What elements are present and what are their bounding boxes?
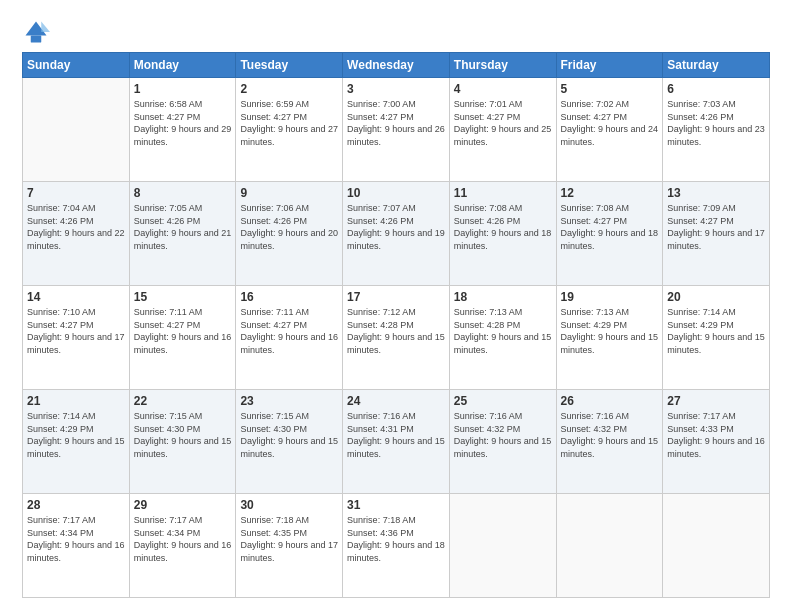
calendar-week-row: 1Sunrise: 6:58 AMSunset: 4:27 PMDaylight… bbox=[23, 78, 770, 182]
day-detail: Sunrise: 7:15 AMSunset: 4:30 PMDaylight:… bbox=[134, 410, 232, 460]
day-detail: Sunrise: 6:58 AMSunset: 4:27 PMDaylight:… bbox=[134, 98, 232, 148]
calendar-week-row: 7Sunrise: 7:04 AMSunset: 4:26 PMDaylight… bbox=[23, 182, 770, 286]
svg-marker-2 bbox=[41, 22, 50, 33]
calendar-cell: 29Sunrise: 7:17 AMSunset: 4:34 PMDayligh… bbox=[129, 494, 236, 598]
day-detail: Sunrise: 7:17 AMSunset: 4:34 PMDaylight:… bbox=[27, 514, 125, 564]
day-detail: Sunrise: 7:08 AMSunset: 4:26 PMDaylight:… bbox=[454, 202, 552, 252]
day-detail: Sunrise: 7:08 AMSunset: 4:27 PMDaylight:… bbox=[561, 202, 659, 252]
day-detail: Sunrise: 7:07 AMSunset: 4:26 PMDaylight:… bbox=[347, 202, 445, 252]
day-detail: Sunrise: 7:14 AMSunset: 4:29 PMDaylight:… bbox=[667, 306, 765, 356]
weekday-header: Wednesday bbox=[343, 53, 450, 78]
day-number: 19 bbox=[561, 290, 659, 304]
calendar-cell: 3Sunrise: 7:00 AMSunset: 4:27 PMDaylight… bbox=[343, 78, 450, 182]
day-detail: Sunrise: 7:01 AMSunset: 4:27 PMDaylight:… bbox=[454, 98, 552, 148]
calendar-cell: 4Sunrise: 7:01 AMSunset: 4:27 PMDaylight… bbox=[449, 78, 556, 182]
day-number: 30 bbox=[240, 498, 338, 512]
calendar-cell: 24Sunrise: 7:16 AMSunset: 4:31 PMDayligh… bbox=[343, 390, 450, 494]
calendar-cell: 16Sunrise: 7:11 AMSunset: 4:27 PMDayligh… bbox=[236, 286, 343, 390]
day-detail: Sunrise: 7:00 AMSunset: 4:27 PMDaylight:… bbox=[347, 98, 445, 148]
day-detail: Sunrise: 7:13 AMSunset: 4:29 PMDaylight:… bbox=[561, 306, 659, 356]
day-detail: Sunrise: 7:06 AMSunset: 4:26 PMDaylight:… bbox=[240, 202, 338, 252]
calendar-cell: 14Sunrise: 7:10 AMSunset: 4:27 PMDayligh… bbox=[23, 286, 130, 390]
calendar-cell bbox=[663, 494, 770, 598]
day-detail: Sunrise: 7:16 AMSunset: 4:32 PMDaylight:… bbox=[454, 410, 552, 460]
calendar-cell: 2Sunrise: 6:59 AMSunset: 4:27 PMDaylight… bbox=[236, 78, 343, 182]
day-number: 8 bbox=[134, 186, 232, 200]
calendar-cell: 7Sunrise: 7:04 AMSunset: 4:26 PMDaylight… bbox=[23, 182, 130, 286]
day-number: 21 bbox=[27, 394, 125, 408]
weekday-header: Saturday bbox=[663, 53, 770, 78]
day-number: 16 bbox=[240, 290, 338, 304]
day-number: 17 bbox=[347, 290, 445, 304]
page: SundayMondayTuesdayWednesdayThursdayFrid… bbox=[0, 0, 792, 612]
day-number: 27 bbox=[667, 394, 765, 408]
day-number: 23 bbox=[240, 394, 338, 408]
weekday-header: Friday bbox=[556, 53, 663, 78]
day-number: 10 bbox=[347, 186, 445, 200]
day-detail: Sunrise: 7:03 AMSunset: 4:26 PMDaylight:… bbox=[667, 98, 765, 148]
calendar-cell: 31Sunrise: 7:18 AMSunset: 4:36 PMDayligh… bbox=[343, 494, 450, 598]
day-number: 3 bbox=[347, 82, 445, 96]
calendar-cell: 1Sunrise: 6:58 AMSunset: 4:27 PMDaylight… bbox=[129, 78, 236, 182]
day-number: 26 bbox=[561, 394, 659, 408]
day-number: 28 bbox=[27, 498, 125, 512]
day-number: 4 bbox=[454, 82, 552, 96]
day-detail: Sunrise: 6:59 AMSunset: 4:27 PMDaylight:… bbox=[240, 98, 338, 148]
calendar-cell: 6Sunrise: 7:03 AMSunset: 4:26 PMDaylight… bbox=[663, 78, 770, 182]
logo-icon bbox=[22, 18, 50, 46]
calendar-cell: 22Sunrise: 7:15 AMSunset: 4:30 PMDayligh… bbox=[129, 390, 236, 494]
day-number: 25 bbox=[454, 394, 552, 408]
calendar-week-row: 14Sunrise: 7:10 AMSunset: 4:27 PMDayligh… bbox=[23, 286, 770, 390]
day-detail: Sunrise: 7:17 AMSunset: 4:34 PMDaylight:… bbox=[134, 514, 232, 564]
calendar-cell: 10Sunrise: 7:07 AMSunset: 4:26 PMDayligh… bbox=[343, 182, 450, 286]
day-detail: Sunrise: 7:11 AMSunset: 4:27 PMDaylight:… bbox=[240, 306, 338, 356]
day-detail: Sunrise: 7:14 AMSunset: 4:29 PMDaylight:… bbox=[27, 410, 125, 460]
day-detail: Sunrise: 7:11 AMSunset: 4:27 PMDaylight:… bbox=[134, 306, 232, 356]
calendar-cell: 19Sunrise: 7:13 AMSunset: 4:29 PMDayligh… bbox=[556, 286, 663, 390]
day-number: 5 bbox=[561, 82, 659, 96]
day-detail: Sunrise: 7:18 AMSunset: 4:36 PMDaylight:… bbox=[347, 514, 445, 564]
logo bbox=[22, 18, 54, 46]
weekday-header: Monday bbox=[129, 53, 236, 78]
calendar-cell: 17Sunrise: 7:12 AMSunset: 4:28 PMDayligh… bbox=[343, 286, 450, 390]
day-number: 6 bbox=[667, 82, 765, 96]
calendar-cell: 9Sunrise: 7:06 AMSunset: 4:26 PMDaylight… bbox=[236, 182, 343, 286]
day-detail: Sunrise: 7:16 AMSunset: 4:32 PMDaylight:… bbox=[561, 410, 659, 460]
day-number: 7 bbox=[27, 186, 125, 200]
day-number: 29 bbox=[134, 498, 232, 512]
day-number: 9 bbox=[240, 186, 338, 200]
day-detail: Sunrise: 7:02 AMSunset: 4:27 PMDaylight:… bbox=[561, 98, 659, 148]
day-detail: Sunrise: 7:13 AMSunset: 4:28 PMDaylight:… bbox=[454, 306, 552, 356]
day-number: 1 bbox=[134, 82, 232, 96]
calendar-cell bbox=[23, 78, 130, 182]
calendar-week-row: 28Sunrise: 7:17 AMSunset: 4:34 PMDayligh… bbox=[23, 494, 770, 598]
calendar-cell: 20Sunrise: 7:14 AMSunset: 4:29 PMDayligh… bbox=[663, 286, 770, 390]
calendar-cell: 27Sunrise: 7:17 AMSunset: 4:33 PMDayligh… bbox=[663, 390, 770, 494]
day-detail: Sunrise: 7:17 AMSunset: 4:33 PMDaylight:… bbox=[667, 410, 765, 460]
calendar-cell: 13Sunrise: 7:09 AMSunset: 4:27 PMDayligh… bbox=[663, 182, 770, 286]
calendar-cell: 12Sunrise: 7:08 AMSunset: 4:27 PMDayligh… bbox=[556, 182, 663, 286]
top-section bbox=[22, 18, 770, 46]
calendar-cell bbox=[449, 494, 556, 598]
calendar-cell bbox=[556, 494, 663, 598]
calendar-cell: 5Sunrise: 7:02 AMSunset: 4:27 PMDaylight… bbox=[556, 78, 663, 182]
calendar-week-row: 21Sunrise: 7:14 AMSunset: 4:29 PMDayligh… bbox=[23, 390, 770, 494]
day-detail: Sunrise: 7:12 AMSunset: 4:28 PMDaylight:… bbox=[347, 306, 445, 356]
calendar-cell: 26Sunrise: 7:16 AMSunset: 4:32 PMDayligh… bbox=[556, 390, 663, 494]
day-detail: Sunrise: 7:10 AMSunset: 4:27 PMDaylight:… bbox=[27, 306, 125, 356]
day-detail: Sunrise: 7:05 AMSunset: 4:26 PMDaylight:… bbox=[134, 202, 232, 252]
calendar-cell: 28Sunrise: 7:17 AMSunset: 4:34 PMDayligh… bbox=[23, 494, 130, 598]
calendar-cell: 30Sunrise: 7:18 AMSunset: 4:35 PMDayligh… bbox=[236, 494, 343, 598]
calendar-cell: 23Sunrise: 7:15 AMSunset: 4:30 PMDayligh… bbox=[236, 390, 343, 494]
day-detail: Sunrise: 7:15 AMSunset: 4:30 PMDaylight:… bbox=[240, 410, 338, 460]
weekday-header: Tuesday bbox=[236, 53, 343, 78]
day-number: 15 bbox=[134, 290, 232, 304]
calendar-cell: 15Sunrise: 7:11 AMSunset: 4:27 PMDayligh… bbox=[129, 286, 236, 390]
calendar-cell: 18Sunrise: 7:13 AMSunset: 4:28 PMDayligh… bbox=[449, 286, 556, 390]
day-detail: Sunrise: 7:16 AMSunset: 4:31 PMDaylight:… bbox=[347, 410, 445, 460]
header-row: SundayMondayTuesdayWednesdayThursdayFrid… bbox=[23, 53, 770, 78]
calendar-cell: 21Sunrise: 7:14 AMSunset: 4:29 PMDayligh… bbox=[23, 390, 130, 494]
day-number: 12 bbox=[561, 186, 659, 200]
day-number: 31 bbox=[347, 498, 445, 512]
day-detail: Sunrise: 7:18 AMSunset: 4:35 PMDaylight:… bbox=[240, 514, 338, 564]
